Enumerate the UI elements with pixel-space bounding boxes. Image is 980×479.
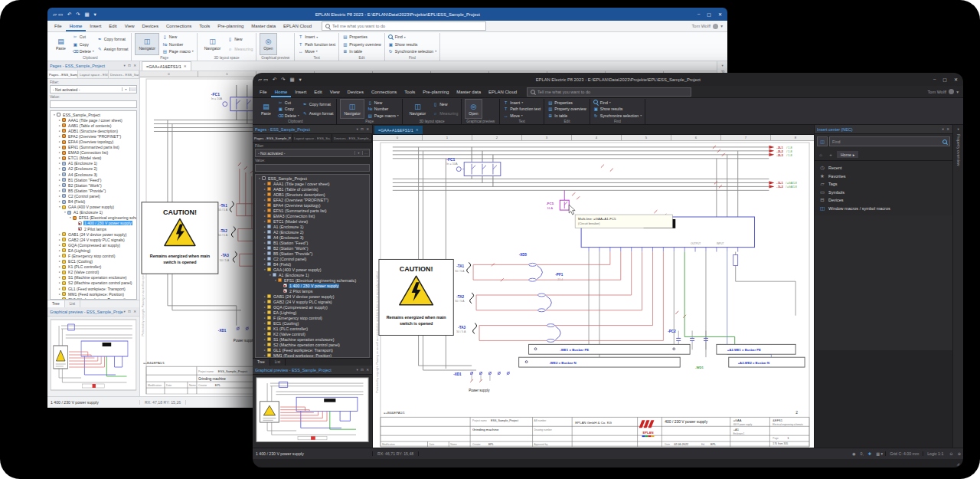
minimize-button[interactable]: –	[697, 11, 700, 17]
tree-item[interactable]: ▸MM1 (Feed workpiece: Position)	[51, 291, 136, 297]
titlebar[interactable]: ▱▭ ↶ ↷ ▦ ▾ EPLAN Electric P8 2023 - E:\E…	[253, 73, 963, 86]
ribbon-properties[interactable]: ▤Properties	[342, 34, 381, 40]
ribbon-measuring[interactable]: ⌀Measuring	[433, 110, 458, 116]
tree-item[interactable]: ▾ESS_Sample_Project	[51, 112, 136, 117]
value-input[interactable]	[255, 164, 370, 172]
tree-item[interactable]: ▸C2 (Control panel)	[51, 193, 136, 198]
tree-item[interactable]: ▾EFS1 (Electrical engineering schematic)	[256, 277, 369, 283]
ribbon-show-results[interactable]: ▣Show results	[593, 106, 642, 112]
snap-icon[interactable]: ◉	[850, 451, 858, 456]
menu-tab-view[interactable]: View	[326, 86, 344, 97]
tree-item[interactable]: 2 Pilot lamps	[51, 226, 136, 231]
tree-item[interactable]: ▾GAA (400 V power supply)	[51, 205, 136, 210]
tree-item[interactable]: ▸EA (Lighting)	[256, 310, 369, 315]
panel-controls[interactable]: ▾ ⊡ ✕	[123, 64, 137, 67]
device-ta1[interactable]: -TA1 50 / 5 A	[455, 262, 620, 281]
editor-tab[interactable]: =GAA+A1&EFS1/1✕	[142, 61, 191, 71]
tree-item[interactable]: ▸ADB1 (Structure description)	[256, 192, 369, 197]
tree-item[interactable]: ▸B2 (Station "Work")	[256, 245, 369, 251]
tree-item[interactable]: ▸GAB2 (24 V supply PLC signals)	[256, 299, 369, 304]
tree-item[interactable]: ▾EFS1 (Electrical engineering schematic)	[51, 215, 136, 221]
menu-tab-pre-planning[interactable]: Pre-planning	[214, 21, 247, 31]
tab-tree[interactable]: Tree	[47, 300, 65, 307]
tree-item[interactable]: ▸GAB1 (24 V device power supply)	[51, 231, 136, 237]
tree-item[interactable]: ▸B2 (Station "Work")	[51, 182, 136, 188]
ribbon-new[interactable]: ▯New	[227, 36, 253, 42]
tellme-search[interactable]: Tell me what you want to do	[527, 87, 691, 97]
close-button[interactable]: ✕	[954, 77, 958, 82]
ribbon-number[interactable]: №Number	[162, 41, 194, 48]
tree-item[interactable]: ▸A4 (Enclosure 3)	[256, 235, 369, 240]
pages-panel-header[interactable]: Pages - ESS_Sample_Project ▾ ⊡ ✕	[47, 61, 139, 71]
titlebar[interactable]: ▱▭ ↶ ↷ ▦ ▾ EPLAN Electric P8 2023 - E:\E…	[47, 8, 727, 21]
tree-item[interactable]: ▸EA (Lighting)	[51, 248, 136, 253]
menu-tab-view[interactable]: View	[121, 21, 139, 31]
ribbon-move[interactable]: ↔Move▾	[503, 113, 541, 119]
menu-tab-eplan-cloud[interactable]: EPLAN Cloud	[485, 86, 521, 97]
device-ta3[interactable]: -TA3 50 / 5 A	[456, 323, 663, 343]
user-account[interactable]: Tom Wolff▾	[692, 24, 723, 29]
menu-tab-file[interactable]: File	[256, 86, 271, 97]
tree-item[interactable]: ▸ADB1 (Structure description)	[51, 128, 136, 133]
insert-item-devices[interactable]: ⊟Devices	[816, 196, 951, 205]
tree-item[interactable]: ▸S2 (Machine operation control panel)	[51, 281, 136, 286]
menu-tab-file[interactable]: File	[51, 21, 66, 31]
user-account[interactable]: Tom Wolff▾	[928, 89, 959, 94]
insert-item-recent[interactable]: ◷Recent	[816, 164, 951, 172]
tree-item[interactable]: ▸F (Emergency stop control)	[51, 253, 136, 258]
close-icon[interactable]: ✕	[184, 64, 187, 68]
resize-grip-icon[interactable]: ◢	[956, 461, 959, 466]
ribbon-copy-format[interactable]: ✒Copy format	[97, 36, 129, 42]
device-ta3[interactable]: -TA3 50 / 5 A	[220, 251, 237, 262]
ribbon-delete[interactable]: ⌫Delete▾	[278, 113, 299, 119]
status-grid[interactable]: Grid C: 4.00 mm	[885, 451, 923, 456]
ribbon-open[interactable]: ◎Open	[465, 99, 482, 119]
tree-item[interactable]: ▸K1 (PLC controller)	[256, 326, 369, 331]
tree-item[interactable]: 2 Pilot lamps	[256, 288, 369, 294]
menu-tab-edit[interactable]: Edit	[310, 86, 325, 97]
tree-item[interactable]: ▾GAA (400 V power supply)	[256, 267, 369, 272]
ribbon-new[interactable]: ▯New	[368, 100, 399, 106]
zoom-out-icon[interactable]: ⊖	[947, 451, 955, 456]
decimal-icon[interactable]: 0,	[858, 451, 866, 456]
tree-item[interactable]: ▸EFA2 (Overview "PROFINET")	[256, 197, 369, 202]
menu-tab-connections[interactable]: Connections	[368, 86, 400, 97]
panel-controls[interactable]: ▾ ⊡ ✕	[356, 127, 370, 131]
ribbon-insert[interactable]: TInsert▾	[298, 34, 335, 40]
ribbon-show-results[interactable]: ▣Show results	[388, 41, 436, 48]
menu-tab-insert[interactable]: Insert	[291, 86, 310, 97]
ribbon-open[interactable]: ◎Open	[260, 33, 276, 55]
value-input[interactable]	[50, 100, 137, 108]
chevron-down-icon[interactable]: ▾	[957, 127, 959, 131]
maximize-button[interactable]: ▢	[942, 77, 947, 82]
preview-panel-header[interactable]: Graphical preview - ESS_Sample_Project ▾…	[47, 307, 139, 317]
tree-item[interactable]: ▸GQA (Compressed air supply)	[256, 304, 369, 310]
tree-item[interactable]: ▸A2 (Enclosure 2)	[256, 229, 369, 235]
ribbon-page-macro[interactable]: ▤Page macro▾	[368, 113, 399, 119]
ribbon-cut[interactable]: ✂Cut	[278, 100, 299, 106]
device-ta2[interactable]: -TA2 50 / 5 A	[455, 293, 642, 312]
tree-item[interactable]: ▸S1 (Machine operation enclosure)	[51, 275, 136, 281]
tree-item[interactable]: ▸EFN1 (Summarized parts list)	[256, 208, 369, 213]
busbar-a2we2[interactable]: +A2-WE2 = Busbar N	[729, 357, 805, 367]
filter-dropdown[interactable]: - Not activated -▾…	[50, 85, 137, 94]
schematic-canvas[interactable]: Protected by copyright. Passing on as we…	[373, 141, 814, 448]
filter-dropdown[interactable]: - Not activated -▾…	[255, 149, 370, 157]
browse-button[interactable]: …	[129, 87, 136, 91]
tree-item[interactable]: ▸EFA4 (Overview topology)	[256, 202, 369, 208]
panel-controls[interactable]: ▾ ✕	[942, 127, 950, 131]
insert-mode-icon[interactable]: ◫	[817, 136, 828, 146]
panel-tab-pages-ess-sample-p[interactable]: Pages - ESS_Sample_P...	[253, 134, 292, 142]
ribbon-path-function-text[interactable]: TPath function text	[503, 106, 541, 112]
tree-item[interactable]: ▸GL1 (Feed workpiece: Transport)	[256, 347, 369, 353]
tree-item[interactable]: ▸AAB1 (Table of contents)	[256, 186, 369, 192]
grid-toggle-icon[interactable]: ▦ ▾	[874, 451, 885, 456]
tree-item[interactable]: ▸EMA3 (Connection list)	[51, 150, 136, 156]
tree-item[interactable]: ▾A1 (Enclosure 1)	[256, 272, 369, 277]
panel-controls[interactable]: ▾ ⊡ ✕	[123, 310, 137, 313]
editor-tab[interactable]: =GAA+A1&EFS1/1✕	[374, 126, 423, 134]
panel-tab-devices-ess-sample[interactable]: Devices - ESS_Sample_...	[109, 71, 139, 78]
insert-find-input[interactable]: Find	[829, 136, 950, 146]
insert-item-tags[interactable]: ▱Tags	[816, 180, 951, 189]
tree-item[interactable]: ▸B1 (Station "Feed")	[51, 177, 136, 182]
